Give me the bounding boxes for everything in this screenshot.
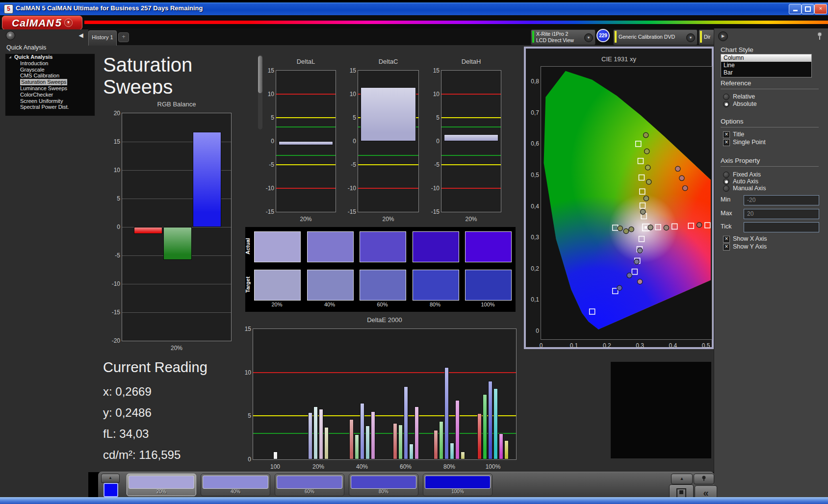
scrollbar-thumb[interactable] xyxy=(258,56,262,93)
checkbox-single-point[interactable]: × xyxy=(723,139,730,146)
cie-x-tick-label: 0,1 xyxy=(564,342,584,349)
toolbar-up-button[interactable]: ▲ xyxy=(671,474,693,484)
reference-line-yellow xyxy=(441,164,501,165)
current-reading-title: Current Reading xyxy=(103,359,207,376)
tree-expand-icon[interactable] xyxy=(9,56,11,58)
deltae-bar xyxy=(365,426,370,459)
chart-style-option-column[interactable]: Column xyxy=(721,54,811,62)
sidebar-item-spectral-power-dist-[interactable]: Spectral Power Dist. xyxy=(5,104,95,110)
pattern-button-40%[interactable]: 40% xyxy=(201,474,270,496)
target-swatch-100% xyxy=(465,270,512,301)
checkbox-single-point-label[interactable]: Single Point xyxy=(733,139,766,146)
cie-y-tick-label: 0,7 xyxy=(524,109,539,116)
close-icon: × xyxy=(819,5,822,11)
checkbox-show-x-axis-label[interactable]: Show X Axis xyxy=(733,235,767,242)
toolbar-pin-button[interactable] xyxy=(694,474,714,484)
calman-menu-button[interactable]: CalMAN 5 ▼ xyxy=(2,16,82,30)
radio-relative-label[interactable]: Relative xyxy=(733,93,755,100)
sidebar-item-screen-uniformity[interactable]: Screen Uniformity xyxy=(5,98,95,104)
radio-manual-axis-label[interactable]: Manual Axis xyxy=(733,185,766,192)
reference-line-yellow xyxy=(358,164,418,165)
sidebar-item-luminance-sweeps[interactable]: Luminance Sweeps xyxy=(5,85,95,92)
radio-auto-axis[interactable] xyxy=(723,178,729,185)
pattern-button-20%[interactable]: 20% xyxy=(127,474,196,496)
actual-swatch-40% xyxy=(307,231,354,262)
deltae-bar xyxy=(477,413,482,459)
meter-count-badge[interactable]: 229 xyxy=(596,29,610,42)
checkbox-title[interactable]: × xyxy=(723,131,730,138)
pattern-label: 100% xyxy=(423,489,492,494)
close-button[interactable]: × xyxy=(814,4,827,14)
x-axis-label: 20% xyxy=(122,345,231,352)
sidebar-collapse-button[interactable]: ◀ xyxy=(77,30,85,40)
x-axis-label: 40% xyxy=(347,463,377,470)
pattern-button-80%[interactable]: 80% xyxy=(349,474,418,496)
chevron-down-icon[interactable]: ▼ xyxy=(686,33,695,42)
maximize-button[interactable] xyxy=(802,4,814,14)
actual-swatch-60% xyxy=(360,231,406,262)
tick-input[interactable] xyxy=(744,222,819,232)
current-pattern-swatch[interactable] xyxy=(104,483,118,497)
clipped-dropdown[interactable]: Dir xyxy=(699,29,715,45)
chart-title: DeltaC xyxy=(358,58,418,65)
pattern-swatch xyxy=(425,476,491,489)
source-dropdown[interactable]: Generic Calibration DVD ▼ xyxy=(613,29,698,45)
radio-absolute-label[interactable]: Absolute xyxy=(733,101,757,107)
cie-measurement-marker xyxy=(643,132,648,137)
y-tick-label: 0 xyxy=(234,456,251,463)
pin-icon[interactable] xyxy=(816,31,824,40)
pattern-swatch xyxy=(277,476,342,489)
chevron-down-icon[interactable]: ▼ xyxy=(584,33,593,42)
x-axis-label: 20% xyxy=(304,463,333,470)
cie-measurement-marker xyxy=(627,273,632,278)
add-tab-button[interactable]: + xyxy=(118,32,129,42)
y-tick-label: -5 xyxy=(423,161,440,168)
panel-expand-button[interactable]: ▶ xyxy=(718,31,728,41)
divider xyxy=(721,127,819,127)
pattern-up-button[interactable]: ▲ xyxy=(101,474,120,483)
tree-root-quick-analysis[interactable]: Quick Analysis xyxy=(5,54,95,60)
y-tick-label: 15 xyxy=(234,326,251,332)
sidebar-menu-button[interactable] xyxy=(6,31,15,40)
minimize-button[interactable] xyxy=(789,4,802,14)
radio-fixed-axis[interactable] xyxy=(723,172,729,178)
radio-fixed-axis-label[interactable]: Fixed Axis xyxy=(733,171,761,178)
meter-dropdown[interactable]: X-Rite i1Pro 2 LCD Direct View ▼ xyxy=(531,29,595,45)
checkbox-show-y-axis[interactable]: × xyxy=(723,244,730,251)
cie-measurement-marker xyxy=(697,223,701,227)
pattern-button-100%[interactable]: 100% xyxy=(423,474,492,496)
checkbox-show-y-axis-label[interactable]: Show Y Axis xyxy=(733,243,767,250)
radio-relative[interactable] xyxy=(723,94,729,100)
tab-history-1[interactable]: History 1 xyxy=(88,30,117,46)
deltaH-bar xyxy=(444,134,498,141)
sidebar-item-grayscale[interactable]: Grayscale xyxy=(5,67,95,73)
checkbox-title-label[interactable]: Title xyxy=(733,131,744,138)
sidebar-item-cms-calibration[interactable]: CMS Calibration xyxy=(5,73,95,79)
sidebar-item-introduction[interactable]: Introduction xyxy=(5,60,95,67)
y-tick-label: -15 xyxy=(258,208,274,215)
max-label: Max xyxy=(721,210,732,217)
deltae-bar xyxy=(398,425,403,459)
chart-style-option-line[interactable]: Line xyxy=(721,62,811,69)
cie-measurement-marker xyxy=(618,226,622,231)
radio-manual-axis[interactable] xyxy=(723,185,729,192)
cie-measurement-marker xyxy=(645,149,649,153)
max-input[interactable]: 20 xyxy=(744,209,819,219)
reference-line-yellow xyxy=(441,117,501,118)
actual-target-swatch-panel: ActualTarget20%40%60%80%100% xyxy=(245,227,516,312)
target-swatch-80% xyxy=(413,270,459,301)
radio-absolute[interactable] xyxy=(723,101,729,107)
checkbox-show-x-axis[interactable]: × xyxy=(723,236,730,243)
empty-chart-panel xyxy=(611,362,711,458)
radio-auto-axis-label[interactable]: Auto Axis xyxy=(733,178,758,185)
y-tick-label: 15 xyxy=(104,138,120,145)
x-axis-label: 20% xyxy=(441,216,501,223)
sidebar-item-colorchecker[interactable]: ColorChecker xyxy=(5,92,95,98)
sidebar-item-saturation-sweeps[interactable]: Saturation Sweeps xyxy=(5,79,95,85)
swatch-column-label: 100% xyxy=(465,302,511,307)
min-input[interactable]: -20 xyxy=(744,195,819,205)
pattern-button-60%[interactable]: 60% xyxy=(275,474,344,496)
cie-y-tick-label: 0,8 xyxy=(524,78,539,85)
chart-style-option-bar[interactable]: Bar xyxy=(721,69,811,76)
cie-chart-title: CIE 1931 xy xyxy=(526,55,712,63)
